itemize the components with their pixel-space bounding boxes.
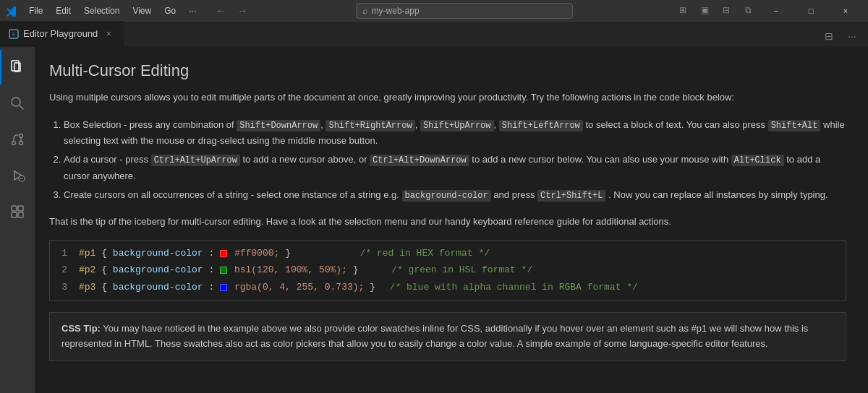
svg-rect-3	[14, 63, 20, 72]
layout-toggle-2[interactable]: ▣	[694, 0, 715, 20]
line-number-3: 3	[50, 280, 79, 295]
activity-explorer[interactable]	[0, 50, 35, 85]
activity-extensions[interactable]	[0, 194, 35, 229]
close-button[interactable]: ×	[829, 0, 862, 22]
search-icon: ⌕	[362, 6, 367, 16]
menu-go[interactable]: Go	[158, 4, 182, 17]
svg-rect-15	[18, 212, 23, 217]
line-number-1: 1	[50, 246, 79, 261]
css-tip-box: CSS Tip: You may have noticed in the exa…	[49, 312, 846, 361]
list-item-3: Create cursors on all occurrences of a s…	[64, 187, 846, 203]
svg-text:≡: ≡	[12, 31, 16, 38]
activity-search[interactable]	[0, 86, 35, 121]
code-block[interactable]: 1 #p1 { background-color : #ff0000; } /*…	[49, 240, 846, 301]
minimize-button[interactable]: −	[760, 0, 793, 22]
css-tip-label: CSS Tip:	[61, 323, 101, 334]
maximize-button[interactable]: □	[794, 0, 827, 22]
code-line-3: 3 #p3 { background-color : rgba(0, 4, 25…	[50, 279, 846, 296]
activity-bar	[0, 47, 35, 393]
kbd-shift-alt: Shift+Alt	[768, 120, 821, 131]
menu-file[interactable]: File	[23, 4, 48, 17]
kbd-ctrl-shift-l: Ctrl+Shift+L	[537, 190, 605, 202]
layout-toggle-1[interactable]: ⊞	[673, 0, 693, 20]
content-area: Multi-Cursor Editing Using multiple curs…	[35, 47, 868, 393]
activity-run-debug[interactable]	[0, 158, 35, 193]
kbd-shift-down: Shift+DownArrow	[237, 120, 320, 131]
kbd-bg-color: background-color	[402, 190, 491, 202]
svg-point-8	[20, 142, 23, 145]
code-line-1: 1 #p1 { background-color : #ff0000; } /*…	[50, 245, 846, 262]
menu-selection[interactable]: Selection	[78, 4, 125, 17]
layout-toggle-3[interactable]: ⊟	[716, 0, 736, 20]
svg-rect-2	[12, 61, 19, 71]
menu-bar: File Edit Selection View Go ···	[23, 4, 202, 17]
svg-rect-12	[12, 206, 17, 211]
tab-bar: ≡ Editor Playground × ⊟ ···	[0, 22, 868, 47]
window-controls: ⊞ ▣ ⊟ ⧉ − □ ×	[673, 0, 862, 22]
color-swatch-red	[220, 248, 234, 259]
menu-more[interactable]: ···	[183, 4, 202, 17]
line-number-2: 2	[50, 263, 79, 277]
svg-rect-14	[12, 212, 17, 217]
menu-edit[interactable]: Edit	[50, 4, 77, 17]
search-area: ⌕ my-web-app	[261, 3, 667, 19]
kbd-shift-right: Shift+RightArrow	[326, 120, 414, 131]
instructions-list: Box Selection - press any combination of…	[64, 117, 846, 203]
color-swatch-blue	[220, 282, 234, 293]
global-search[interactable]: ⌕ my-web-app	[356, 3, 573, 19]
list-item-1: Box Selection - press any combination of…	[64, 117, 846, 149]
menu-view[interactable]: View	[127, 4, 157, 17]
nav-back[interactable]: ←	[210, 0, 231, 22]
kbd-shift-left: Shift+LeftArrow	[499, 120, 583, 131]
tab-file-icon: ≡	[9, 28, 19, 39]
navigation-arrows: ← →	[208, 0, 255, 22]
svg-rect-13	[18, 206, 23, 211]
kbd-alt-click: Alt+Click	[731, 155, 784, 166]
tab-label: Editor Playground	[23, 28, 98, 39]
page-title: Multi-Cursor Editing	[49, 61, 846, 80]
svg-line-5	[20, 105, 24, 110]
list-item-2: Add a cursor - press Ctrl+Alt+UpArrow to…	[64, 152, 846, 183]
kbd-ctrl-alt-up: Ctrl+Alt+UpArrow	[151, 155, 240, 166]
tab-close-button[interactable]: ×	[102, 27, 115, 40]
nav-forward[interactable]: →	[232, 0, 252, 22]
activity-source-control[interactable]	[0, 122, 35, 157]
kbd-shift-up: Shift+UpArrow	[420, 120, 494, 131]
vscode-logo	[6, 5, 17, 17]
more-actions-button[interactable]: ···	[842, 26, 862, 46]
title-bar: File Edit Selection View Go ··· ← → ⌕ my…	[0, 0, 868, 22]
intro-paragraph: Using multiple cursors allows you to edi…	[49, 90, 846, 105]
kbd-ctrl-alt-down: Ctrl+Alt+DownArrow	[370, 155, 469, 166]
color-swatch-green	[220, 264, 234, 275]
split-editor-button[interactable]: ⊟	[819, 26, 839, 46]
code-line-2: 2 #p2 { background-color : hsl(120, 100%…	[50, 262, 846, 279]
svg-point-6	[12, 142, 16, 145]
tip-paragraph: That is the tip of the iceberg for multi…	[49, 215, 846, 230]
tab-right-actions: ⊟ ···	[819, 26, 868, 46]
layout-toggle-4[interactable]: ⧉	[738, 0, 758, 20]
main-layout: Multi-Cursor Editing Using multiple curs…	[0, 47, 868, 393]
editor-tab[interactable]: ≡ Editor Playground ×	[0, 21, 124, 46]
search-text: my-web-app	[372, 6, 420, 16]
css-tip-text: You may have noticed in the example abov…	[61, 323, 808, 349]
svg-point-7	[20, 134, 23, 138]
